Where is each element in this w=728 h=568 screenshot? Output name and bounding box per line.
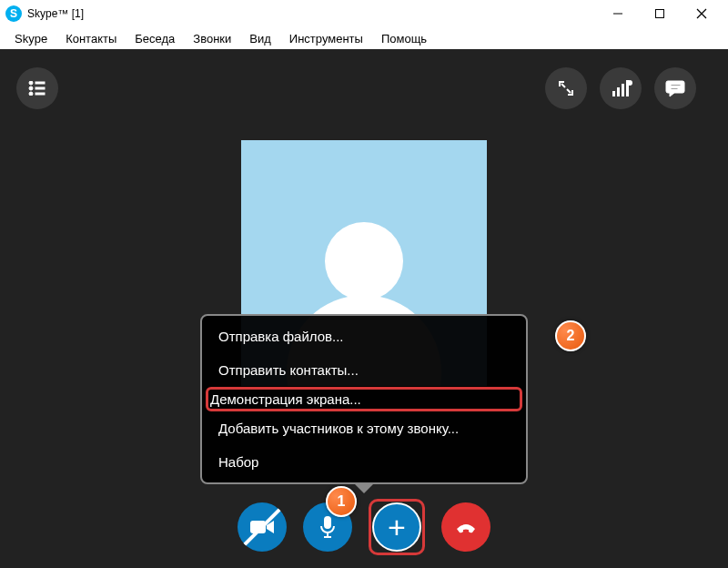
expand-icon <box>558 80 574 96</box>
popup-share-screen-label: Демонстрация экрана... <box>210 391 518 407</box>
plus-icon: + <box>388 512 406 543</box>
plus-popup-menu: Отправка файлов... Отправить контакты...… <box>200 314 528 484</box>
popup-dialpad[interactable]: Набор <box>206 445 522 479</box>
svg-point-8 <box>29 92 33 96</box>
plus-button[interactable]: + <box>372 502 421 552</box>
menu-contacts[interactable]: Контакты <box>56 30 126 47</box>
chat-button[interactable] <box>654 67 696 109</box>
annotation-1: 1 <box>326 486 357 517</box>
call-quality-button[interactable] <box>600 67 642 109</box>
window-maximize-button[interactable] <box>639 0 681 27</box>
svg-rect-7 <box>35 87 45 89</box>
call-area: Отправка файлов... Отправить контакты...… <box>0 49 728 568</box>
menu-view[interactable]: Вид <box>240 30 280 47</box>
popup-share-screen[interactable]: Демонстрация экрана... <box>206 387 522 411</box>
video-toggle-button[interactable] <box>238 502 287 552</box>
avatar-head-icon <box>325 222 403 300</box>
menu-help[interactable]: Помощь <box>372 30 436 47</box>
svg-rect-5 <box>35 82 45 84</box>
hangup-button[interactable] <box>441 502 490 552</box>
mic-icon <box>319 515 336 539</box>
menu-skype[interactable]: Skype <box>5 30 56 47</box>
menu-calls[interactable]: Звонки <box>184 30 240 47</box>
popup-send-contacts[interactable]: Отправить контакты... <box>206 353 522 387</box>
alert-dot-icon <box>627 80 632 86</box>
svg-point-6 <box>29 86 33 90</box>
window-close-button[interactable] <box>681 0 723 27</box>
skype-logo-icon: S <box>5 5 22 22</box>
svg-point-4 <box>29 81 33 85</box>
hangup-icon <box>452 513 480 541</box>
call-list-button[interactable] <box>16 67 58 109</box>
window-title: Skype™ [1] <box>27 7 84 20</box>
svg-rect-11 <box>671 88 678 90</box>
chat-icon <box>665 79 685 97</box>
plus-button-highlight: + <box>369 499 425 555</box>
menu-conversation[interactable]: Беседа <box>126 30 184 47</box>
popup-add-participants[interactable]: Добавить участников к этому звонку... <box>206 411 522 445</box>
window-minimize-button[interactable] <box>597 0 639 27</box>
call-controls: + <box>238 499 490 555</box>
svg-rect-9 <box>35 93 45 95</box>
menu-tools[interactable]: Инструменты <box>280 30 372 47</box>
svg-rect-1 <box>656 10 664 18</box>
fullscreen-button[interactable] <box>545 67 587 109</box>
annotation-2: 2 <box>555 320 586 351</box>
list-icon <box>28 81 46 96</box>
svg-rect-13 <box>324 516 331 529</box>
window-titlebar: S Skype™ [1] <box>0 0 728 27</box>
svg-rect-10 <box>671 85 681 86</box>
menubar: Skype Контакты Беседа Звонки Вид Инструм… <box>0 27 728 49</box>
popup-send-files[interactable]: Отправка файлов... <box>206 320 522 353</box>
